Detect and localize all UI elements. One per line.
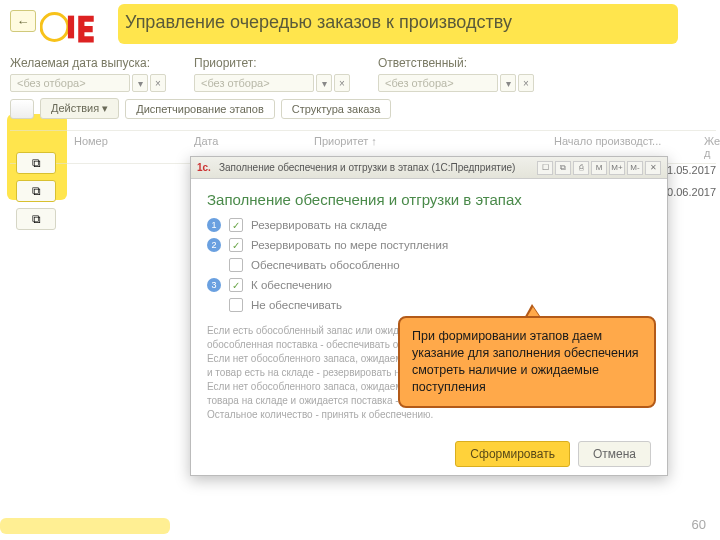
checkbox-icon[interactable] — [229, 258, 243, 272]
right-date-column: 1.05.2017 0.06.2017 — [667, 164, 716, 198]
option-row[interactable]: 3 К обеспечению — [207, 278, 651, 292]
checkbox-icon[interactable] — [229, 298, 243, 312]
callout-annotation: При формировании этапов даем указание дл… — [398, 316, 656, 408]
filter-label-responsible: Ответственный: — [378, 56, 534, 70]
dialog-heading: Заполнение обеспечения и отгрузки в этап… — [207, 191, 651, 208]
color-swatch-button[interactable] — [10, 99, 34, 119]
toolbar-icon[interactable]: M+ — [609, 161, 625, 175]
generate-button[interactable]: Сформировать — [455, 441, 570, 467]
filter-bar: Желаемая дата выпуска: <без отбора> ▾ × … — [10, 56, 534, 92]
dialog-titlebar[interactable]: 1c. Заполнение обеспечения и отгрузки в … — [191, 157, 667, 179]
structure-button[interactable]: Структура заказа — [281, 99, 392, 119]
logo-1c — [40, 8, 102, 50]
clear-icon[interactable]: × — [334, 74, 350, 92]
dialog-titlebar-text: Заполнение обеспечения и отгрузки в этап… — [219, 162, 516, 173]
checkbox-icon[interactable] — [229, 238, 243, 252]
toolbar-icon[interactable]: ☐ — [537, 161, 553, 175]
chevron-down-icon[interactable]: ▾ — [500, 74, 516, 92]
highlight-footer — [0, 518, 170, 534]
filter-label-release: Желаемая дата выпуска: — [10, 56, 166, 70]
filter-responsible[interactable]: <без отбора> ▾ × — [378, 74, 534, 92]
back-button[interactable]: ← — [10, 10, 36, 32]
row-icon[interactable]: ⧉ — [16, 180, 56, 202]
toolbar-icon[interactable]: M- — [627, 161, 643, 175]
row-icon[interactable]: ⧉ — [16, 152, 56, 174]
slide-number: 60 — [692, 517, 706, 532]
cancel-button[interactable]: Отмена — [578, 441, 651, 467]
chevron-down-icon[interactable]: ▾ — [132, 74, 148, 92]
toolbar: Действия ▾ Диспетчирование этапов Структ… — [10, 98, 391, 119]
svg-point-0 — [41, 14, 68, 41]
filter-priority[interactable]: <без отбора> ▾ × — [194, 74, 350, 92]
toolbar-icon[interactable]: ⧉ — [555, 161, 571, 175]
option-row[interactable]: 2 Резервировать по мере поступления — [207, 238, 651, 252]
dispatch-button[interactable]: Диспетчирование этапов — [125, 99, 275, 119]
checkbox-icon[interactable] — [229, 218, 243, 232]
close-icon[interactable]: ✕ — [645, 161, 661, 175]
toolbar-icon[interactable]: ⎙ — [573, 161, 589, 175]
row-icons: ⧉ ⧉ ⧉ — [16, 152, 56, 230]
option-row[interactable]: Не обеспечивать — [207, 298, 651, 312]
checkbox-icon[interactable] — [229, 278, 243, 292]
filter-release-date[interactable]: <без отбора> ▾ × — [10, 74, 166, 92]
svg-rect-1 — [68, 16, 74, 39]
clear-icon[interactable]: × — [150, 74, 166, 92]
option-row[interactable]: Обеспечивать обособленно — [207, 258, 651, 272]
toolbar-icon[interactable]: M — [591, 161, 607, 175]
mini-logo-1c: 1c. — [197, 162, 211, 173]
clear-icon[interactable]: × — [518, 74, 534, 92]
row-icon[interactable]: ⧉ — [16, 208, 56, 230]
page-title: Управление очередью заказов к производст… — [125, 12, 512, 33]
actions-button[interactable]: Действия ▾ — [40, 98, 119, 119]
filter-label-priority: Приоритет: — [194, 56, 350, 70]
chevron-down-icon[interactable]: ▾ — [316, 74, 332, 92]
option-row[interactable]: 1 Резервировать на складе — [207, 218, 651, 232]
